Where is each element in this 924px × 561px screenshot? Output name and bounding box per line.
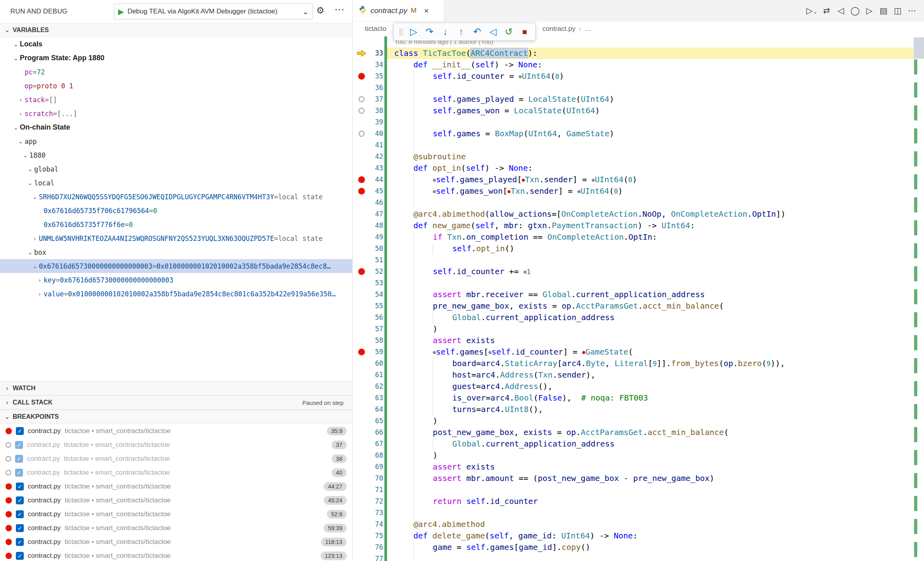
call-stack-section-header[interactable]: › CALL STACK Paused on step bbox=[0, 395, 352, 410]
breakpoint-row[interactable]: ✓contract.pytictactoe • smart_contracts/… bbox=[0, 507, 352, 521]
glyph-margin[interactable] bbox=[353, 82, 370, 94]
breadcrumb-right[interactable]: contract.py›… bbox=[542, 25, 591, 33]
drag-handle[interactable]: ⣿ bbox=[396, 24, 406, 40]
tree-row[interactable]: ⌄box bbox=[0, 245, 352, 259]
glyph-margin[interactable] bbox=[353, 335, 370, 346]
variables-section-header[interactable]: ⌄ VARIABLES bbox=[0, 23, 352, 37]
reverse-continue-button[interactable]: ◁ bbox=[485, 24, 501, 40]
breakpoint-row[interactable]: ✓contract.pytictactoe • smart_contracts/… bbox=[0, 424, 352, 438]
glyph-margin[interactable] bbox=[353, 381, 370, 392]
glyph-margin[interactable] bbox=[353, 162, 370, 174]
glyph-margin[interactable] bbox=[353, 369, 370, 381]
gear-icon[interactable]: ⚙ bbox=[316, 5, 325, 16]
split-editor-button[interactable]: ◫ bbox=[891, 3, 905, 19]
breakpoint-checkbox[interactable]: ✓ bbox=[16, 427, 24, 435]
tree-row[interactable]: ›key = 0x67616d65730000000000000003 bbox=[0, 273, 352, 287]
more-actions-button[interactable]: ⋯ bbox=[905, 3, 919, 19]
watch-section-header[interactable]: › WATCH bbox=[0, 381, 352, 395]
breadcrumb-segment[interactable]: tictacto bbox=[365, 25, 386, 33]
restart-button[interactable]: ↺ bbox=[501, 24, 517, 40]
twistie-icon[interactable]: ⌄ bbox=[26, 179, 34, 187]
breadcrumb-segment[interactable]: contract.py bbox=[542, 25, 575, 33]
glyph-margin[interactable] bbox=[353, 231, 370, 243]
glyph-margin[interactable] bbox=[353, 59, 370, 71]
breakpoint-checkbox[interactable]: ✓ bbox=[16, 496, 24, 504]
twistie-icon[interactable]: › bbox=[36, 277, 44, 283]
more-actions-icon[interactable]: ⋯ bbox=[334, 4, 344, 15]
twistie-icon[interactable]: ⌄ bbox=[21, 152, 29, 159]
go-forward-button[interactable]: ▷ bbox=[862, 3, 876, 19]
glyph-margin[interactable] bbox=[353, 289, 370, 300]
stop-button[interactable]: ■ bbox=[517, 24, 533, 40]
twistie-icon[interactable]: ⌄ bbox=[26, 166, 34, 173]
glyph-margin[interactable] bbox=[353, 243, 370, 254]
breakpoint-unverified-icon[interactable] bbox=[353, 105, 370, 116]
tree-row[interactable]: 0x67616d65735f776f6e = 0 bbox=[0, 218, 352, 231]
glyph-margin[interactable] bbox=[353, 415, 370, 427]
glyph-margin[interactable] bbox=[353, 312, 370, 323]
record-step-button[interactable]: ◯ bbox=[848, 3, 862, 19]
tree-row[interactable]: ›value = 0x010000000102010002a358bf5bada… bbox=[0, 287, 352, 301]
twistie-icon[interactable]: ⌄ bbox=[26, 249, 34, 256]
tree-row[interactable]: ›stack = [] bbox=[0, 93, 352, 107]
tree-row[interactable]: ›scratch = [...] bbox=[0, 107, 352, 120]
twistie-icon[interactable]: ⌄ bbox=[17, 138, 25, 145]
glyph-margin[interactable] bbox=[353, 197, 370, 208]
tree-row[interactable]: ⌄Program State: App 1880 bbox=[0, 51, 352, 65]
debug-config-dropdown[interactable]: ▶ Debug TEAL via AlgoKit AVM Debugger (t… bbox=[114, 4, 313, 19]
glyph-margin[interactable] bbox=[353, 530, 370, 542]
twistie-icon[interactable]: ⌄ bbox=[12, 55, 20, 62]
breakpoint-row[interactable]: ✓contract.pytictactoe • smart_contracts/… bbox=[0, 466, 352, 479]
tree-row[interactable]: ⌄Locals bbox=[0, 37, 352, 51]
breakpoint-row[interactable]: ✓contract.pytictactoe • smart_contracts/… bbox=[0, 521, 352, 535]
tab-contract-py[interactable]: contract.py M × bbox=[353, 0, 444, 21]
glyph-margin[interactable] bbox=[353, 519, 370, 530]
step-back-button[interactable]: ↶ bbox=[469, 24, 485, 40]
glyph-margin[interactable] bbox=[353, 461, 370, 473]
go-back-button[interactable]: ◁ bbox=[834, 3, 848, 19]
glyph-margin[interactable] bbox=[353, 139, 370, 151]
glyph-margin[interactable] bbox=[353, 323, 370, 335]
tree-row[interactable]: ⌄0x67616d65730000000000000003 = 0x010000… bbox=[0, 259, 352, 273]
glyph-margin[interactable] bbox=[353, 151, 370, 162]
twistie-icon[interactable]: › bbox=[17, 110, 25, 117]
glyph-margin[interactable] bbox=[353, 450, 370, 461]
breakpoint-icon[interactable] bbox=[353, 266, 370, 277]
scrollbar-slider[interactable] bbox=[914, 37, 924, 59]
glyph-margin[interactable] bbox=[353, 254, 370, 266]
breakpoint-row[interactable]: ✓contract.pytictactoe • smart_contracts/… bbox=[0, 549, 352, 561]
twistie-icon[interactable]: ⌄ bbox=[12, 124, 20, 131]
glyph-margin[interactable] bbox=[353, 427, 370, 438]
tree-row[interactable]: ⌄1880 bbox=[0, 148, 352, 162]
glyph-margin[interactable] bbox=[353, 438, 370, 450]
breakpoint-checkbox[interactable]: ✓ bbox=[15, 455, 23, 463]
tree-row[interactable]: ⌄global bbox=[0, 162, 352, 176]
breakpoint-row[interactable]: ✓contract.pytictactoe • smart_contracts/… bbox=[0, 535, 352, 549]
breakpoint-icon[interactable] bbox=[353, 185, 370, 197]
twistie-icon[interactable]: › bbox=[36, 290, 44, 297]
breakpoint-checkbox[interactable]: ✓ bbox=[16, 538, 24, 546]
open-changes-button[interactable]: ⇄ bbox=[819, 3, 834, 19]
glyph-margin[interactable] bbox=[353, 392, 370, 404]
glyph-margin[interactable] bbox=[353, 277, 370, 289]
glyph-margin[interactable] bbox=[353, 404, 370, 415]
breakpoint-checkbox[interactable]: ✓ bbox=[15, 469, 23, 477]
breakpoint-checkbox[interactable]: ✓ bbox=[16, 552, 24, 560]
glyph-margin[interactable] bbox=[353, 553, 370, 561]
tree-row[interactable]: ⌄On-chain State bbox=[0, 120, 352, 134]
breadcrumb-segment[interactable]: … bbox=[584, 25, 591, 33]
breakpoint-row[interactable]: ✓contract.pytictactoe • smart_contracts/… bbox=[0, 479, 352, 493]
glyph-margin[interactable] bbox=[353, 473, 370, 484]
breakpoint-unverified-icon[interactable] bbox=[353, 94, 370, 105]
breakpoint-icon[interactable] bbox=[353, 71, 370, 82]
tree-row[interactable]: ⌄app bbox=[0, 134, 352, 148]
twistie-icon[interactable]: ⌄ bbox=[31, 193, 39, 200]
breakpoints-section-header[interactable]: ⌄ BREAKPOINTS bbox=[0, 410, 352, 424]
twistie-icon[interactable]: ⌄ bbox=[31, 263, 39, 270]
tree-row[interactable]: pc = 72 bbox=[0, 65, 352, 79]
glyph-margin[interactable] bbox=[353, 484, 370, 496]
breakpoint-row[interactable]: ✓contract.pytictactoe • smart_contracts/… bbox=[0, 452, 352, 466]
glyph-margin[interactable] bbox=[353, 220, 370, 231]
open-preview-button[interactable]: ▤ bbox=[876, 3, 891, 19]
glyph-margin[interactable] bbox=[353, 116, 370, 128]
